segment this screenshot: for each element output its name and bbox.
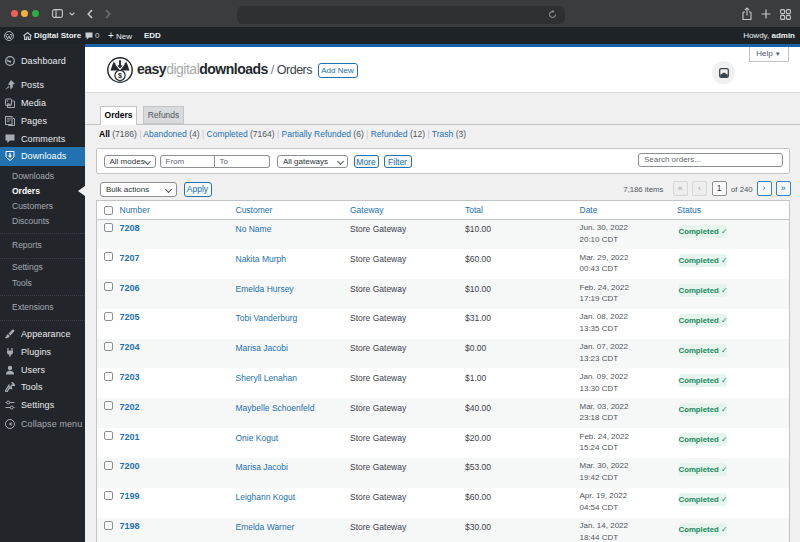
svg-text:$: $ <box>118 71 122 80</box>
